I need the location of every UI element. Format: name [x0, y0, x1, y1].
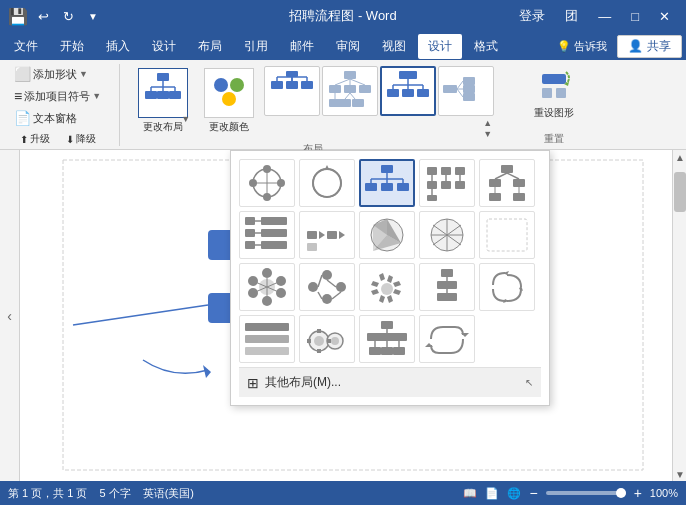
svg-rect-173 [381, 321, 393, 329]
svg-rect-28 [359, 85, 371, 93]
more-layouts-button[interactable]: ⊞ 其他布局(M)... ↖ [239, 367, 541, 397]
svg-rect-172 [327, 339, 331, 343]
layout-item-3[interactable] [359, 159, 415, 207]
customize-icon[interactable]: ▼ [84, 9, 102, 24]
layout-item-18[interactable] [359, 315, 415, 363]
svg-rect-33 [339, 99, 351, 107]
right-scrollbar[interactable]: ▲ ▼ [672, 150, 686, 481]
layout-grid [239, 159, 541, 363]
layout-item-13[interactable] [359, 263, 415, 311]
layout-item-10[interactable] [479, 211, 535, 259]
menu-format[interactable]: 格式 [464, 34, 508, 59]
view-mode-read-icon[interactable]: 📖 [463, 487, 477, 500]
downgrade-button[interactable]: ⬇ 降级 [60, 130, 102, 148]
layout-item-2[interactable] [299, 159, 355, 207]
zoom-slider[interactable] [546, 491, 626, 495]
layout-item-17[interactable] [299, 315, 355, 363]
svg-rect-158 [437, 293, 457, 301]
menu-home[interactable]: 开始 [50, 34, 94, 59]
left-collapse-button[interactable]: ‹ [0, 150, 20, 481]
menu-smartart-design[interactable]: 设计 [418, 34, 462, 59]
menu-references[interactable]: 引用 [234, 34, 278, 59]
layout-item-9[interactable] [419, 211, 475, 259]
share-button[interactable]: 👤 共享 [617, 35, 682, 58]
layout-item-12[interactable] [299, 263, 355, 311]
layout-item-6[interactable] [239, 211, 295, 259]
svg-point-10 [230, 78, 244, 92]
bullet-icon: ≡ [14, 88, 22, 104]
scroll-thumb[interactable] [674, 172, 686, 212]
menu-design[interactable]: 设计 [142, 34, 186, 59]
svg-rect-88 [365, 183, 377, 191]
word-logo-icon: 💾 [8, 7, 28, 26]
svg-rect-170 [317, 349, 321, 353]
layout-item-7[interactable] [299, 211, 355, 259]
svg-rect-117 [261, 217, 287, 225]
add-shape-icon: ⬜ [14, 66, 31, 82]
lightbulb-icon: 💡 [557, 40, 571, 53]
svg-rect-120 [307, 231, 317, 239]
svg-rect-7 [157, 91, 169, 99]
group-button[interactable]: 团 [557, 5, 586, 27]
svg-marker-123 [339, 231, 345, 239]
layout-item-14[interactable] [419, 263, 475, 311]
svg-rect-12 [271, 81, 283, 89]
menu-mailings[interactable]: 邮件 [280, 34, 324, 59]
scroll-down-arrow[interactable]: ▼ [673, 467, 686, 481]
svg-rect-34 [352, 99, 364, 107]
svg-marker-121 [319, 231, 325, 239]
svg-rect-171 [307, 339, 311, 343]
svg-line-47 [457, 89, 463, 97]
canvas-area: 入职通 入职体检 二次面试 笔试 [20, 150, 686, 481]
menu-review[interactable]: 审阅 [326, 34, 370, 59]
ribbon-group-create-shape: ⬜ 添加形状 ▼ ≡ 添加项目符号 ▼ 📄 文本窗格 ⬆ 升级 ⬇ 降级 [8, 64, 120, 146]
zoom-plus-button[interactable]: + [634, 485, 642, 501]
login-button[interactable]: 登录 [511, 5, 553, 27]
style-thumb-1[interactable] [264, 66, 320, 116]
menu-insert[interactable]: 插入 [96, 34, 140, 59]
svg-rect-180 [381, 347, 393, 355]
layout-item-15[interactable] [479, 263, 535, 311]
layout-item-5[interactable] [479, 159, 535, 207]
layout-item-4[interactable] [419, 159, 475, 207]
downgrade-icon: ⬇ [66, 134, 74, 145]
maximize-button[interactable]: □ [623, 7, 647, 26]
svg-rect-164 [245, 347, 289, 355]
style-thumb-4[interactable] [438, 66, 494, 116]
style-thumb-3[interactable] [380, 66, 436, 116]
svg-point-153 [381, 283, 393, 295]
svg-line-23 [335, 79, 350, 85]
menu-layout[interactable]: 布局 [188, 34, 232, 59]
add-bullet-button[interactable]: ≡ 添加项目符号 ▼ [8, 86, 107, 106]
svg-rect-20 [286, 71, 298, 77]
text-pane-button[interactable]: 📄 文本窗格 [8, 108, 107, 128]
menu-view[interactable]: 视图 [372, 34, 416, 59]
view-mode-print-icon[interactable]: 📄 [485, 487, 499, 500]
redo-icon[interactable]: ↻ [59, 7, 78, 26]
change-color-button[interactable]: 更改颜色 [198, 64, 260, 138]
upgrade-button[interactable]: ⬆ 升级 [14, 130, 56, 148]
status-bar: 第 1 页，共 1 页 5 个字 英语(美国) 📖 📄 🌐 − + 100% [0, 481, 686, 505]
add-shape-button[interactable]: ⬜ 添加形状 ▼ [8, 64, 107, 84]
layout-item-16[interactable] [239, 315, 295, 363]
layout-item-19[interactable] [419, 315, 475, 363]
reset-shape-button[interactable]: 重设图形 [526, 64, 582, 124]
minimize-button[interactable]: — [590, 7, 619, 26]
style-thumb-2[interactable] [322, 66, 378, 116]
svg-rect-50 [463, 93, 475, 101]
svg-point-148 [322, 294, 332, 304]
layout-item-1[interactable] [239, 159, 295, 207]
svg-rect-98 [441, 181, 451, 189]
change-layout-button[interactable]: 更改布局 ▼ [132, 64, 194, 138]
layout-item-8[interactable] [359, 211, 415, 259]
menu-file[interactable]: 文件 [4, 34, 48, 59]
undo-icon[interactable]: ↩ [34, 7, 53, 26]
scroll-up-arrow[interactable]: ▲ [673, 150, 686, 164]
layout-item-11[interactable] [239, 263, 295, 311]
zoom-minus-button[interactable]: − [529, 485, 537, 501]
svg-line-30 [345, 93, 350, 99]
tell-me-input[interactable]: 💡 告诉我 [557, 39, 607, 54]
view-mode-web-icon[interactable]: 🌐 [507, 487, 521, 500]
svg-rect-43 [417, 89, 429, 97]
close-button[interactable]: ✕ [651, 7, 678, 26]
